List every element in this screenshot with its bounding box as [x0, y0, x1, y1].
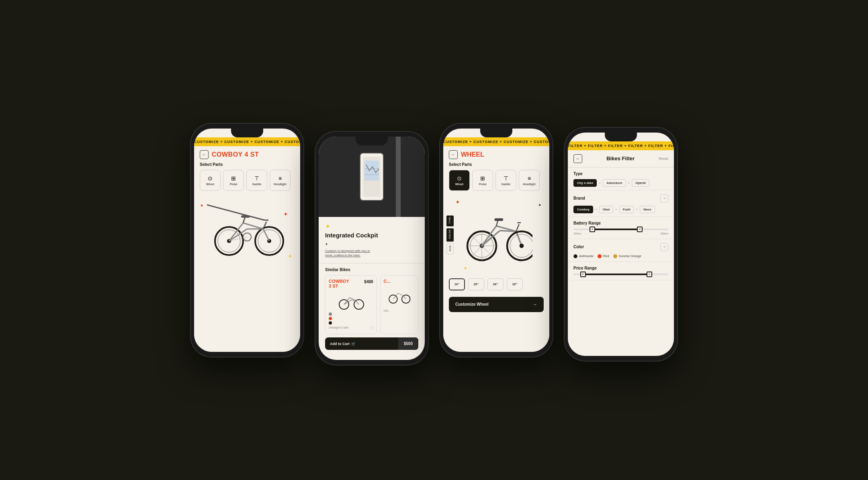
p3-wheel-icon: ⊙: [457, 175, 462, 182]
headlight-icon: ≡: [278, 175, 282, 182]
filter-brand-tags: Cowboy + Okai + Fuell + Neox: [573, 206, 668, 213]
filter-brand-row: Brand →: [573, 194, 668, 202]
filter-type-plus-1: +: [599, 181, 601, 185]
color-circle-anthracite: [573, 254, 577, 258]
color-label-side: COLOR: [448, 229, 451, 239]
price-range-fill: [583, 274, 649, 275]
add-to-cart-label: Add to Cart: [330, 342, 350, 346]
back-button[interactable]: ←: [200, 150, 209, 159]
color-options: Anthracite Red Sunrise Orange: [573, 254, 668, 258]
add-to-cart-button[interactable]: Add to Cart 🛒: [325, 338, 398, 350]
phone-map-svg: [363, 157, 381, 197]
filter-color-row: Color →: [573, 243, 668, 251]
phone-3-screen: CUSTOMIZE + CUSTOMIZE + CUSTOMIZE + CUST…: [443, 129, 549, 352]
part-saddle[interactable]: ⊤ Saddle: [246, 170, 267, 191]
p3-saddle-label: Saddle: [502, 183, 511, 186]
svg-line-8: [263, 229, 269, 241]
filter-tag-fuell[interactable]: Fuell: [619, 206, 634, 213]
cockpit-phone: [360, 153, 384, 201]
filter-brand-title: Brand: [573, 196, 585, 200]
filter-title: Bikes Filter: [606, 155, 635, 161]
phone-3-back[interactable]: ←: [449, 150, 458, 159]
phones-container: CUSTOMIZE + CUSTOMIZE + CUSTOMIZE + CUST…: [175, 100, 693, 381]
filter-color-arrow[interactable]: →: [660, 243, 668, 251]
svg-line-11: [243, 217, 245, 223]
color-label-sunrise: Sunrise Orange: [619, 254, 641, 258]
phone-1-title: COWBOY 4 ST: [212, 151, 259, 158]
size-32[interactable]: 32": [507, 278, 523, 290]
svg-line-45: [500, 231, 516, 231]
price-range-thumb-right[interactable]: [647, 272, 652, 277]
pedal-icon: ⊞: [231, 175, 236, 182]
p3-wheel-label: Wheel: [455, 183, 464, 186]
customize-wheel-bar[interactable]: Customize Wheel →: [449, 297, 544, 312]
p3-saddle-icon: ⊤: [504, 175, 508, 182]
part-headlight[interactable]: ≡ Headlight: [270, 170, 291, 191]
cockpit-mount: [396, 137, 401, 217]
phone-2-content: ✦ Integrated Cockpit + Cowboy is designe…: [319, 217, 425, 263]
similar-bikes-label: Similar Bikes: [319, 263, 425, 275]
phone-4-content: ← Bikes Filter Reset Type City e-bike + …: [568, 150, 674, 356]
filter-brand-arrow[interactable]: →: [660, 194, 668, 202]
bike-card-1[interactable]: COWBOY 3 ST $400: [325, 275, 377, 334]
svg-rect-47: [495, 218, 504, 221]
filter-battery-section: Battery Range 30km 50km: [568, 217, 674, 239]
color-option-red[interactable]: Red: [598, 254, 609, 258]
p3-part-headlight[interactable]: ≡ Headlight: [519, 170, 540, 191]
part-wheel[interactable]: ⊙ Wheel: [200, 170, 221, 191]
phone-1-header: ← COWBOY 4 ST: [194, 146, 300, 161]
plus-label: +: [325, 241, 418, 247]
bike-card-svg-2: [387, 286, 411, 306]
wheel-icon: ⊙: [208, 175, 213, 182]
add-to-cart-bar[interactable]: Add to Cart 🛒 $500: [325, 337, 418, 350]
price-range-thumb-left[interactable]: [580, 272, 586, 277]
part-pedal[interactable]: ⊞ Pedal: [223, 170, 244, 191]
phone-4-screen: FILTER + FILTER + FILTER + FILTER + FILT…: [568, 133, 674, 356]
svg-line-14: [207, 205, 264, 220]
color-option-sunrise[interactable]: Sunrise Orange: [613, 254, 641, 258]
sparkle-1: ✦: [200, 203, 204, 208]
filter-tag-adventure[interactable]: Adventure: [603, 179, 626, 187]
sparkle-3: ✦: [288, 253, 292, 259]
phone-3-parts-grid: ⊙ Wheel ⊞ Pedal ⊤ Saddle ≡ Headlight: [443, 170, 549, 195]
filter-type-title: Type: [573, 172, 668, 176]
color-circle-red: [598, 254, 602, 258]
heart-icon-1[interactable]: ♡: [370, 326, 373, 331]
filter-reset[interactable]: Reset: [659, 157, 668, 161]
filter-battery-title: Battery Range: [573, 221, 668, 225]
size-16[interactable]: 16": [449, 278, 465, 290]
size-20[interactable]: 20": [468, 278, 484, 290]
phone-3-header: ← WHEEL: [443, 146, 549, 161]
filter-brand-plus-2: +: [615, 208, 617, 211]
bike-cards: COWBOY 3 ST $400: [319, 275, 425, 334]
part-wheel-label: Wheel: [206, 183, 215, 186]
bike-card-1-price: $400: [364, 280, 373, 284]
battery-range-thumb-right[interactable]: [637, 227, 643, 232]
filter-back[interactable]: ←: [573, 154, 582, 163]
phone-2-screen: ✦ Integrated Cockpit + Cowboy is designe…: [319, 137, 425, 360]
filter-tag-hybrid[interactable]: Hybrid: [632, 179, 649, 187]
size-26[interactable]: 26": [487, 278, 504, 290]
p3-part-pedal[interactable]: ⊞ Pedal: [472, 170, 493, 191]
phone-3-notch: [480, 129, 512, 137]
filter-tag-okai[interactable]: Okai: [599, 206, 613, 213]
bike-card-2[interactable]: C... Ultr...: [380, 275, 418, 334]
filter-brand-section: Brand → Cowboy + Okai + Fuell + Neox: [568, 190, 674, 217]
filter-tag-neox[interactable]: Neox: [640, 206, 655, 213]
p3-part-saddle[interactable]: ⊤ Saddle: [495, 170, 516, 191]
color-option-anthracite[interactable]: Anthracite: [573, 254, 594, 258]
side-labels: TYPE COLOR SIZE: [446, 215, 454, 254]
battery-range-thumb-left[interactable]: [590, 227, 595, 232]
color-dot-red: [329, 317, 332, 320]
svg-line-48: [516, 224, 519, 231]
phone-1-notch: [231, 129, 263, 137]
bike-svg-3: [460, 205, 532, 265]
filter-price-title: Price Range: [573, 266, 668, 270]
filter-price-section: Price Range: [568, 262, 674, 280]
phone-4-ticker: FILTER + FILTER + FILTER + FILTER + FILT…: [568, 141, 674, 150]
filter-tag-city-ebike[interactable]: City e-bike: [573, 179, 597, 187]
sparkle-2: ✦: [283, 211, 288, 217]
p3-part-wheel[interactable]: ⊙ Wheel: [449, 170, 470, 191]
filter-tag-cowboy[interactable]: Cowboy: [573, 206, 593, 213]
phone-3-ticker: CUSTOMIZE + CUSTOMIZE + CUSTOMIZE + CUST…: [443, 137, 549, 146]
